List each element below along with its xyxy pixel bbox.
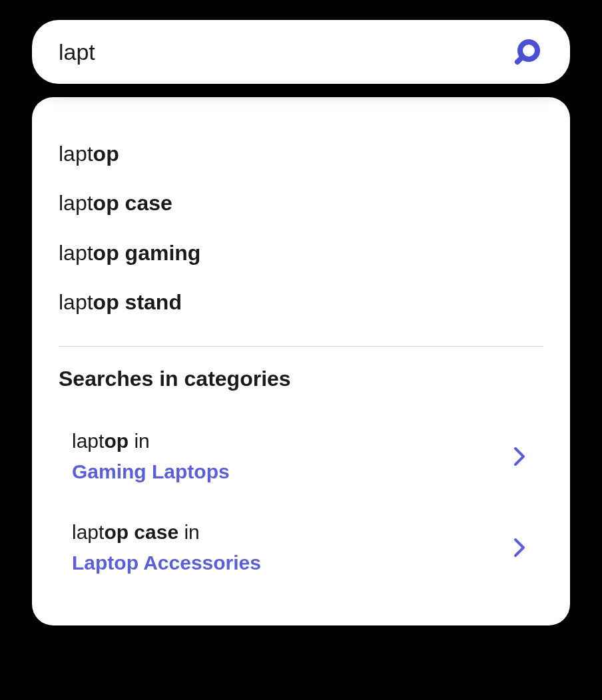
category-suggestion-item[interactable]: laptop in Gaming Laptops bbox=[72, 411, 543, 502]
search-button[interactable] bbox=[511, 33, 549, 71]
category-suggestion-item[interactable]: laptop case in Laptop Accessories bbox=[72, 502, 543, 594]
suggestion-item[interactable]: laptop stand bbox=[59, 277, 543, 327]
suggestion-prefix: lapt bbox=[59, 241, 93, 265]
suggestion-prefix: lapt bbox=[59, 142, 93, 166]
suggestion-rest: op case bbox=[93, 191, 172, 215]
suggestion-list: laptop laptop case laptop gaming laptop … bbox=[59, 129, 543, 327]
category-term-prefix: lapt bbox=[72, 430, 104, 452]
category-term-rest: op case bbox=[104, 521, 178, 543]
chevron-right-icon bbox=[509, 446, 530, 467]
category-list: laptop in Gaming Laptops laptop case in … bbox=[59, 411, 543, 594]
suggestion-rest: op bbox=[93, 142, 119, 166]
search-icon bbox=[514, 36, 546, 68]
in-label: in bbox=[134, 430, 149, 452]
search-input[interactable] bbox=[59, 39, 511, 65]
suggestion-item[interactable]: laptop case bbox=[59, 178, 543, 228]
category-name: Gaming Laptops bbox=[72, 456, 230, 488]
suggestion-prefix: lapt bbox=[59, 191, 93, 215]
category-term-rest: op bbox=[104, 430, 129, 452]
category-term-prefix: lapt bbox=[72, 521, 104, 543]
divider bbox=[59, 346, 543, 347]
categories-header: Searches in categories bbox=[59, 367, 543, 391]
suggestion-rest: op gaming bbox=[93, 241, 201, 265]
category-text: laptop in Gaming Laptops bbox=[72, 426, 230, 488]
suggestion-item[interactable]: laptop gaming bbox=[59, 228, 543, 277]
search-bar bbox=[32, 20, 570, 84]
in-label: in bbox=[184, 521, 199, 543]
svg-line-1 bbox=[517, 57, 522, 62]
autocomplete-dropdown: laptop laptop case laptop gaming laptop … bbox=[32, 97, 570, 625]
chevron-right-icon bbox=[509, 537, 530, 558]
suggestion-item[interactable]: laptop bbox=[59, 129, 543, 178]
category-text: laptop case in Laptop Accessories bbox=[72, 517, 261, 579]
suggestion-rest: op stand bbox=[93, 290, 182, 314]
suggestion-prefix: lapt bbox=[59, 290, 93, 314]
category-name: Laptop Accessories bbox=[72, 548, 261, 579]
